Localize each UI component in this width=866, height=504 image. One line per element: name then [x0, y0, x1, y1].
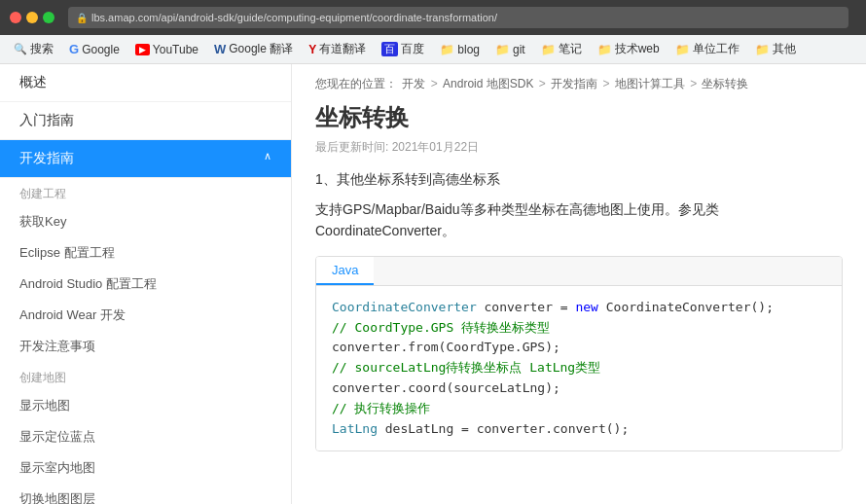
folder-icon-other: 📁 — [755, 43, 770, 56]
bookmark-git[interactable]: 📁 git — [489, 41, 531, 58]
sidebar-item-eclipse[interactable]: Eclipse 配置工程 — [0, 237, 291, 269]
bookmark-work-label: 单位工作 — [693, 41, 740, 57]
address-bar[interactable]: 🔒 lbs.amap.com/api/android-sdk/guide/com… — [68, 7, 848, 28]
address-text: lbs.amap.com/api/android-sdk/guide/compu… — [91, 12, 497, 23]
code-line-4: // sourceLatLng待转换坐标点 LatLng类型 — [332, 358, 826, 378]
lock-icon: 🔒 — [76, 13, 88, 23]
code-line-5: converter.coord(sourceLatLng); — [332, 378, 826, 399]
sidebar-item-android-studio[interactable]: Android Studio 配置工程 — [0, 269, 291, 300]
code-line-3: converter.from(CoordType.GPS); — [332, 338, 826, 358]
breadcrumb: 您现在的位置： 开发 > Android 地图SDK > 开发指南 > 地图计算… — [315, 64, 843, 102]
bookmark-search-label: 搜索 — [30, 41, 54, 57]
sidebar-item-getting-started[interactable]: 入门指南 — [0, 102, 291, 140]
folder-icon-notes: 📁 — [541, 43, 556, 56]
bookmark-techweb-label: 技术web — [615, 41, 660, 57]
bookmark-youdao-label: 有道翻译 — [319, 41, 366, 57]
minimize-button[interactable] — [26, 12, 38, 23]
bookmark-baidu-label: 百度 — [401, 41, 424, 57]
main-container: 概述 入门指南 开发指南 ∧ 创建工程 获取Key Eclipse 配置工程 A… — [0, 64, 866, 504]
sidebar-item-dev-guide[interactable]: 开发指南 ∧ — [0, 140, 291, 178]
bookmark-word-label: Google 翻译 — [229, 41, 293, 57]
sidebar-section-create-map: 创建地图 — [0, 362, 291, 390]
bookmark-youdao[interactable]: Y 有道翻译 — [303, 39, 372, 59]
code-line-2: // CoordType.GPS 待转换坐标类型 — [332, 318, 826, 339]
section1-heading: 1、其他坐标系转到高德坐标系 — [315, 171, 843, 189]
chevron-up-icon: ∧ — [264, 150, 271, 162]
bookmark-word[interactable]: W Google 翻译 — [208, 39, 299, 59]
sidebar-item-show-indoor[interactable]: 显示室内地图 — [0, 452, 291, 484]
sidebar-item-android-wear[interactable]: Android Wear 开发 — [0, 300, 291, 331]
page-title: 坐标转换 — [315, 102, 843, 133]
code-line-1: CoordinateConverter converter = new Coor… — [332, 298, 826, 318]
folder-icon-work: 📁 — [675, 43, 690, 56]
bookmark-search[interactable]: 🔍 搜索 — [8, 39, 59, 59]
sidebar-item-overview[interactable]: 概述 — [0, 64, 291, 102]
word-icon: W — [214, 42, 226, 56]
bookmark-work[interactable]: 📁 单位工作 — [669, 39, 745, 59]
close-button[interactable] — [10, 12, 21, 23]
google-icon: G — [69, 42, 79, 56]
code-line-6: // 执行转换操作 — [332, 399, 826, 419]
bookmark-baidu[interactable]: 百 百度 — [376, 39, 430, 59]
sidebar: 概述 入门指南 开发指南 ∧ 创建工程 获取Key Eclipse 配置工程 A… — [0, 64, 292, 504]
folder-icon-git: 📁 — [495, 43, 510, 56]
bookmark-google[interactable]: G Google — [63, 40, 126, 58]
search-icon: 🔍 — [14, 43, 27, 55]
bookmark-youtube[interactable]: ▶ YouTube — [129, 41, 204, 58]
bookmark-google-label: Google — [82, 43, 120, 56]
folder-icon: 📁 — [440, 43, 454, 56]
bookmark-techweb[interactable]: 📁 技术web — [592, 39, 666, 59]
content-area: 您现在的位置： 开发 > Android 地图SDK > 开发指南 > 地图计算… — [292, 64, 866, 504]
code-tabs: Java — [316, 257, 842, 286]
last-updated: 最后更新时间: 2021年01月22日 — [315, 139, 843, 156]
folder-icon-tech: 📁 — [597, 43, 612, 56]
traffic-lights — [10, 12, 54, 23]
sidebar-item-show-location[interactable]: 显示定位蓝点 — [0, 421, 291, 452]
section1-desc: 支持GPS/Mapbar/Baidu等多种类型坐标在高德地图上使用。参见类Coo… — [315, 198, 843, 242]
bookmark-notes-label: 笔记 — [559, 41, 582, 57]
bookmark-other[interactable]: 📁 其他 — [749, 39, 802, 59]
bookmark-git-label: git — [513, 43, 525, 56]
code-block: CoordinateConverter converter = new Coor… — [316, 286, 842, 451]
sidebar-item-dev-notes[interactable]: 开发注意事项 — [0, 331, 291, 362]
maximize-button[interactable] — [43, 12, 54, 23]
sidebar-item-get-key[interactable]: 获取Key — [0, 206, 291, 237]
baidu-icon: 百 — [381, 42, 398, 56]
bookmark-blog[interactable]: 📁 blog — [434, 41, 486, 58]
bookmark-youtube-label: YouTube — [153, 43, 198, 56]
code-container: Java CoordinateConverter converter = new… — [315, 256, 843, 452]
bookmark-other-label: 其他 — [773, 41, 796, 57]
code-line-7: LatLng desLatLng = converter.convert(); — [332, 419, 826, 440]
tab-java[interactable]: Java — [316, 257, 374, 285]
bookmark-blog-label: blog — [457, 43, 480, 56]
youtube-icon: ▶ — [135, 44, 150, 55]
sidebar-item-show-map[interactable]: 显示地图 — [0, 390, 291, 421]
bookmarks-bar: 🔍 搜索 G Google ▶ YouTube W Google 翻译 Y 有道… — [0, 35, 866, 64]
sidebar-item-switch-layer[interactable]: 切换地图图层 — [0, 484, 291, 504]
bookmark-notes[interactable]: 📁 笔记 — [535, 39, 588, 59]
browser-bar: 🔒 lbs.amap.com/api/android-sdk/guide/com… — [0, 0, 866, 35]
youdao-icon: Y — [308, 43, 316, 56]
sidebar-section-create-project: 创建工程 — [0, 178, 291, 206]
